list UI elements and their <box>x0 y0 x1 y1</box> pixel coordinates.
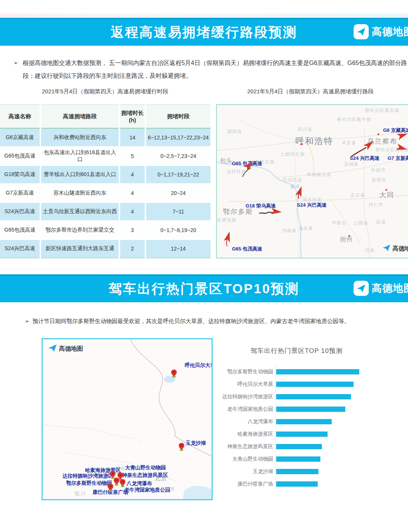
table-cell: 6~12,13~15,17~22,23~24 <box>145 128 210 147</box>
amap-map-logo: 高德地图 <box>382 244 408 253</box>
table-cell: G65包茂高速 <box>0 147 40 165</box>
chart-row: 玉龙沙湖 <box>221 465 408 478</box>
chart-row: 神泉生态旅游风景区 <box>221 440 408 453</box>
table-row: G6京藏高速兴和收费站附近西向东146~12,13~15,17~22,23~24 <box>0 128 210 147</box>
col-header-duration: 拥堵时长 (h) <box>119 105 145 128</box>
map-label-guyang: 固阳县 <box>227 128 242 135</box>
table-cell: 4 <box>119 203 145 221</box>
map-pin-icon <box>114 478 119 486</box>
table-cell: G18荣乌高速 <box>0 165 40 184</box>
table-row: G7京新高速苏木山隧道附近西向东420~24 <box>0 184 210 203</box>
chart-bar <box>276 394 351 399</box>
map-label-liangcheng: 凉城县 <box>344 161 359 167</box>
chart-row: 大青山野生动物园 <box>221 453 408 465</box>
map-label-fengzhen: 丰镇市 <box>371 167 386 173</box>
chart-category-label: 呼伦贝尔大草原 <box>221 381 273 388</box>
map-label-pinglu: 平鲁区 <box>332 220 346 226</box>
chart-bar <box>276 444 322 449</box>
chart-row: 康巴什喷泉广场 <box>221 478 408 490</box>
chart-bar <box>276 469 318 474</box>
table-cell: G65包茂高速 <box>0 221 40 240</box>
chart-bar <box>276 407 345 412</box>
city-dot <box>377 133 379 135</box>
table-cell: G6京藏高速 <box>0 128 40 147</box>
section1-intro: ➢ 根据高德地图交通大数据预测， 五一期间内蒙古自治区返程5月4日（假期第四天）… <box>14 57 408 83</box>
col-header-highway: 高速名称 <box>0 105 40 128</box>
map-label-g65-bottom: G65 包茂高速 <box>232 246 262 252</box>
scenic-map: 高德地图 呼伦贝尔大草原 玉龙沙湖 呼和浩特 大青山野生动物园 哈素海旅游景区 … <box>42 338 213 500</box>
pin-label-daqingshan: 大青山野生动物园 <box>125 464 166 471</box>
section-divider <box>0 269 408 269</box>
map-label-tumd-left: 土默特左旗 <box>280 151 305 158</box>
chart-category-label: 康巴什喷泉广场 <box>221 481 273 487</box>
amap-plane-icon <box>48 344 57 354</box>
chart-bar <box>276 431 328 437</box>
table-cell: 0~2,5~7,23~24 <box>145 147 210 165</box>
table-cell: 0~1,7~8,19~20 <box>145 221 210 240</box>
amap-map-logo-text: 高德地图 <box>59 345 83 353</box>
table-cell: 包东高速出入口到618县道出入口 <box>40 147 119 165</box>
table-row: G65包茂高速包东高速出入口到618县道出入口50~2,5~7,23~24 <box>0 147 210 165</box>
chart-row: 八龙湾瀑布 <box>221 415 408 428</box>
table-cell: 7~11 <box>145 203 210 221</box>
map-label-shuozhou: 朔州 <box>340 236 353 244</box>
map-label-yingxian: 应县 <box>376 219 386 226</box>
map-label-xinrong: 新荣区 <box>372 177 386 183</box>
table-row: S24兴巴高速土贵乌拉新互通以西附近东向西47~11 <box>0 203 210 221</box>
map-caption: 2021年5月4日（假期第四天）高速易拥堵缓行路段 <box>216 88 405 95</box>
section2-intro: ➢ 预计节日期间鄂尔多斯野生动物园最受欢迎，其次是呼伦贝尔大草原、达拉特旗响沙湾… <box>25 315 408 327</box>
map-label-yinchuan: 银川 <box>74 490 86 497</box>
arrow-icon <box>271 207 282 216</box>
pin-label-ordos-zoo: 鄂尔多斯野生动物园 <box>66 480 112 487</box>
congestion-map: 察哈尔右翼后旗 察哈尔右翼中旗 武川县 固阳县 G6 京藏高速 呼和浩特 乌兰察… <box>216 104 408 258</box>
chart-bar <box>276 419 332 424</box>
table-cell: 5 <box>119 147 145 165</box>
map-label-shanyin: 山阴县 <box>354 220 368 226</box>
brand-logo: 高德地图 <box>354 24 408 39</box>
city-dot <box>385 189 387 191</box>
chart-bar <box>276 481 318 487</box>
amap-plane-icon <box>354 24 369 39</box>
brand-logo: 高德地图 <box>354 281 408 296</box>
chart-row: 老牛湾国家地质公园 <box>221 403 408 415</box>
map-label-hohhot: 呼和浩特 <box>295 135 333 147</box>
chart-category-label: 神泉生态旅游风景区 <box>221 443 273 450</box>
section1-header: 返程高速易拥堵缓行路段预测 高德地图 <box>0 18 408 46</box>
brand-name: 高德地图 <box>372 25 408 39</box>
bullet-icon: ➢ <box>14 57 18 68</box>
chart-category-label: 鄂尔多斯野生动物园 <box>221 368 273 375</box>
map-label-daixian: 代县 <box>365 247 375 254</box>
amap-plane-icon <box>382 244 391 253</box>
chart-rows: 鄂尔多斯野生动物园呼伦贝尔大草原达拉特旗响沙湾旅游区老牛湾国家地质公园八龙湾瀑布… <box>221 365 408 490</box>
table-cell: 3 <box>119 221 145 240</box>
map-label-s24-mid: S24 兴巴高速 <box>297 202 327 209</box>
pin-label-laoniuwan: 老牛湾国家地质公园 <box>124 487 170 493</box>
chart-category-label: 玉龙沙湖 <box>221 468 273 475</box>
table-cell: 苏木山隧道附近西向东 <box>40 184 119 203</box>
table-row: G65包茂高速鄂尔多斯市边界到兰家梁立交30~1,7~8,19~20 <box>0 221 210 240</box>
chart-category-label: 大青山野生动物园 <box>221 456 273 462</box>
map-label-wuchuan: 武川县 <box>298 126 312 133</box>
table-cell: G7京新高速 <box>0 184 40 203</box>
top-accent-strip <box>0 14 408 18</box>
table-cell: S24兴巴高速 <box>0 203 40 221</box>
top10-bar-chart: 驾车出行热门景区TOP 10预测 鄂尔多斯野生动物园呼伦贝尔大草原达拉特旗响沙湾… <box>221 342 408 501</box>
map-label-tianjin: 天津 <box>164 486 175 493</box>
amap-map-logo-text: 高德地图 <box>393 245 408 253</box>
map-label-huairen: 怀仁市 <box>369 202 383 208</box>
pin-label-xiangshawan: 达拉特旗响沙湾旅游区 <box>62 473 113 479</box>
table-cell: 兴和收费站附近西向东 <box>40 128 119 147</box>
map-label-tuoketuo: 托克托县 <box>283 177 302 183</box>
map-label-dalate: 达拉特旗 <box>227 169 246 175</box>
chart-category-label: 达拉特旗响沙湾旅游区 <box>221 393 273 400</box>
map-label-hequ: 河曲县 <box>282 227 297 234</box>
chart-category-label: 老牛湾国家地质公园 <box>221 406 273 413</box>
map-label-datong: 大同 <box>379 190 394 200</box>
map-label-zuoyun: 左云县 <box>351 192 365 198</box>
chart-bar <box>276 382 354 387</box>
table-caption: 2021年5月4日（假期第四天）高速易拥堵缓行时段 <box>0 88 210 95</box>
section1-title: 返程高速易拥堵缓行路段预测 <box>0 18 408 46</box>
chart-bar <box>276 369 359 374</box>
col-header-period: 拥堵时段 <box>145 105 210 128</box>
table-cell: 12~14 <box>145 240 210 258</box>
